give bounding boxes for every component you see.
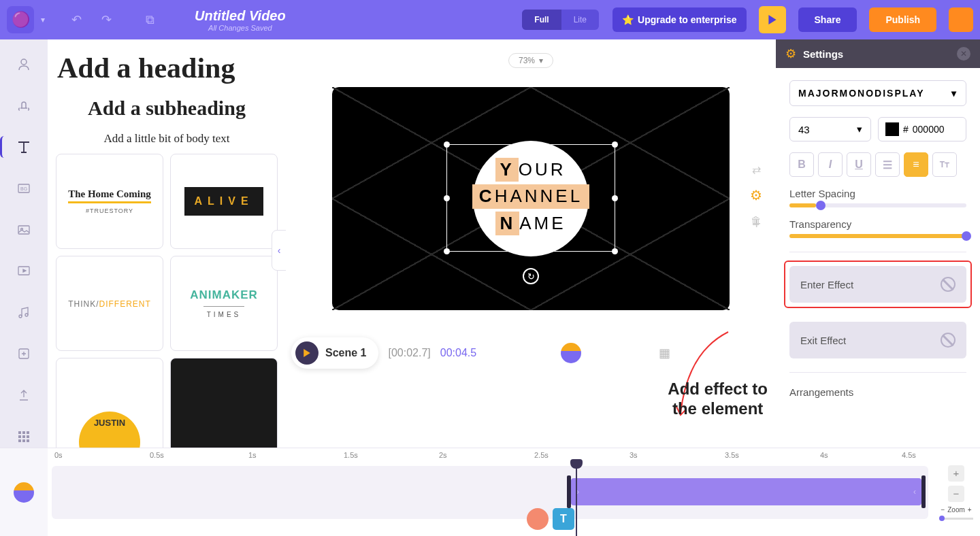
zoom-in-button[interactable]: + bbox=[948, 465, 964, 482]
svg-rect-12 bbox=[18, 435, 21, 438]
font-select[interactable]: MAJORMONODISPLAY▾ bbox=[789, 80, 966, 106]
chevron-down-icon: ▾ bbox=[539, 56, 543, 65]
time-ruler: 0s 0.5s 1s 1.5s 2s 2.5s 3s 3.5s 4s 4.5s bbox=[48, 448, 932, 463]
enter-effect-button[interactable]: Enter Effect bbox=[789, 266, 966, 303]
resize-handle[interactable] bbox=[612, 195, 618, 201]
user-avatar[interactable] bbox=[949, 7, 973, 32]
template-card[interactable]: ALIVE bbox=[170, 154, 278, 249]
text-transform-button[interactable]: Tᴛ bbox=[932, 152, 957, 177]
gear-icon[interactable]: ⚙ bbox=[749, 188, 764, 203]
preview-play-button[interactable] bbox=[759, 6, 786, 33]
align-center-button[interactable]: ≡ bbox=[904, 152, 928, 177]
resize-handle[interactable] bbox=[444, 248, 450, 254]
scene-pill[interactable]: Scene 1 bbox=[291, 337, 378, 369]
mode-lite[interactable]: Lite bbox=[561, 10, 599, 30]
svg-point-6 bbox=[19, 315, 22, 318]
copy-icon[interactable]: ⧉ bbox=[137, 7, 162, 32]
template-text: ALIVE bbox=[184, 187, 263, 216]
save-status: All Changes Saved bbox=[195, 24, 286, 32]
redo-icon[interactable]: ↷ bbox=[94, 7, 118, 32]
track-avatar-icon[interactable] bbox=[14, 482, 34, 503]
rail-bg-icon[interactable]: BG bbox=[12, 177, 35, 199]
ruler-mark: 4s bbox=[820, 451, 828, 459]
zoom-indicator[interactable]: 73%▾ bbox=[508, 53, 553, 68]
font-size-select[interactable]: 43▾ bbox=[789, 117, 871, 141]
ruler-mark: 0.5s bbox=[150, 451, 164, 459]
rail-characters-icon[interactable] bbox=[12, 53, 35, 76]
close-icon[interactable]: ✕ bbox=[957, 47, 970, 61]
heading-preset[interactable]: Add a heading bbox=[56, 49, 278, 97]
zoom-label: −Zoom+ bbox=[941, 506, 971, 514]
rotate-handle[interactable]: ↻ bbox=[523, 268, 539, 284]
exit-effect-button[interactable]: Exit Effect bbox=[789, 322, 966, 358]
clip-edge-right[interactable] bbox=[921, 475, 926, 508]
project-title[interactable]: Untitled Video bbox=[195, 8, 286, 24]
ruler-mark: 3s bbox=[630, 451, 638, 459]
subheading-preset[interactable]: Add a subheading bbox=[56, 97, 278, 132]
camera-icon[interactable]: ▦ bbox=[659, 346, 670, 361]
template-card[interactable]: The Home Coming #TRUESTORY bbox=[56, 154, 163, 249]
timeline-body[interactable]: 0s 0.5s 1s 1.5s 2s 2.5s 3s 3.5s 4s 4.5s … bbox=[48, 448, 932, 536]
chevron-down-icon: ▾ bbox=[951, 88, 958, 99]
bold-button[interactable]: B bbox=[789, 152, 814, 177]
scene-play-icon[interactable] bbox=[295, 341, 318, 365]
template-card[interactable]: ANIMAKER TIMES bbox=[170, 256, 278, 351]
rail-music-icon[interactable] bbox=[12, 301, 35, 324]
chevron-down-icon[interactable]: ▾ bbox=[41, 15, 45, 24]
letter-spacing-slider[interactable] bbox=[789, 203, 966, 207]
playhead[interactable] bbox=[576, 463, 577, 536]
rail-upload-icon[interactable] bbox=[12, 384, 35, 406]
publish-button[interactable]: Publish bbox=[869, 7, 936, 32]
list-button[interactable]: ☰ bbox=[875, 152, 900, 177]
element-chips: T bbox=[527, 508, 574, 530]
resize-handle[interactable] bbox=[444, 141, 450, 148]
rail-image-icon[interactable] bbox=[12, 218, 35, 241]
add-scene-button[interactable]: + bbox=[752, 215, 761, 233]
rail-props-icon[interactable] bbox=[12, 95, 35, 117]
rail-effects-icon[interactable] bbox=[12, 343, 35, 365]
app-logo[interactable]: 🟣 bbox=[7, 6, 34, 33]
canvas-stage[interactable]: YOUR CHANNEL NAME ↻ ⇄ ⚙ 🗑 bbox=[332, 87, 730, 310]
undo-icon[interactable]: ↶ bbox=[64, 7, 88, 32]
rail-text-icon[interactable] bbox=[0, 136, 48, 158]
settings-header: ⚙ Settings ✕ bbox=[776, 39, 980, 68]
resize-handle[interactable] bbox=[612, 248, 618, 254]
timeline-zoom: + − −Zoom+ bbox=[932, 448, 980, 536]
ruler-mark: 1s bbox=[248, 451, 257, 459]
color-input[interactable]: #000000 bbox=[878, 117, 966, 141]
template-card[interactable] bbox=[170, 358, 278, 448]
selection-box[interactable] bbox=[446, 144, 615, 252]
resize-handle[interactable] bbox=[612, 141, 618, 148]
character-icon[interactable] bbox=[561, 343, 581, 363]
divider bbox=[789, 372, 966, 373]
template-text: DIFFERENT bbox=[99, 299, 151, 309]
text-library-panel: Add a heading Add a subheading Add a lit… bbox=[48, 39, 286, 448]
upgrade-button[interactable]: ⭐Upgrade to enterprise bbox=[612, 7, 746, 32]
svg-rect-3 bbox=[18, 226, 29, 234]
resize-handle[interactable] bbox=[444, 195, 450, 201]
format-toolbar: B I U ☰ ≡ Tᴛ bbox=[789, 152, 966, 177]
zoom-out-button[interactable]: − bbox=[948, 486, 964, 502]
timeline-clip[interactable]: › ‹ bbox=[571, 478, 921, 505]
settings-body: MAJORMONODISPLAY▾ 43▾ #000000 B I U ☰ ≡ … bbox=[776, 68, 980, 410]
collapse-panel-icon[interactable]: ‹ bbox=[272, 230, 286, 271]
template-card[interactable]: JUSTIN bbox=[56, 358, 163, 448]
star-icon: ⭐ bbox=[622, 14, 634, 25]
circle-element-chip[interactable] bbox=[527, 508, 549, 530]
rail-apps-icon[interactable] bbox=[12, 425, 35, 448]
transparency-slider[interactable] bbox=[789, 234, 966, 238]
swap-icon[interactable]: ⇄ bbox=[749, 162, 764, 177]
template-grid: The Home Coming #TRUESTORY ALIVE THINK/D… bbox=[56, 154, 278, 448]
underline-button[interactable]: U bbox=[847, 152, 871, 177]
italic-button[interactable]: I bbox=[818, 152, 843, 177]
template-card[interactable]: THINK/DIFFERENT bbox=[56, 256, 163, 351]
mode-full[interactable]: Full bbox=[522, 10, 561, 30]
text-element-chip[interactable]: T bbox=[553, 508, 574, 530]
tracks[interactable]: › ‹ bbox=[52, 466, 928, 519]
mode-toggle: Full Lite bbox=[522, 10, 599, 30]
share-button[interactable]: Share bbox=[798, 7, 858, 32]
zoom-slider[interactable] bbox=[939, 518, 973, 520]
rail-video-icon[interactable] bbox=[12, 260, 35, 282]
body-preset[interactable]: Add a little bit of body text bbox=[56, 132, 278, 154]
clip-handle-right[interactable]: ‹ bbox=[913, 487, 916, 497]
